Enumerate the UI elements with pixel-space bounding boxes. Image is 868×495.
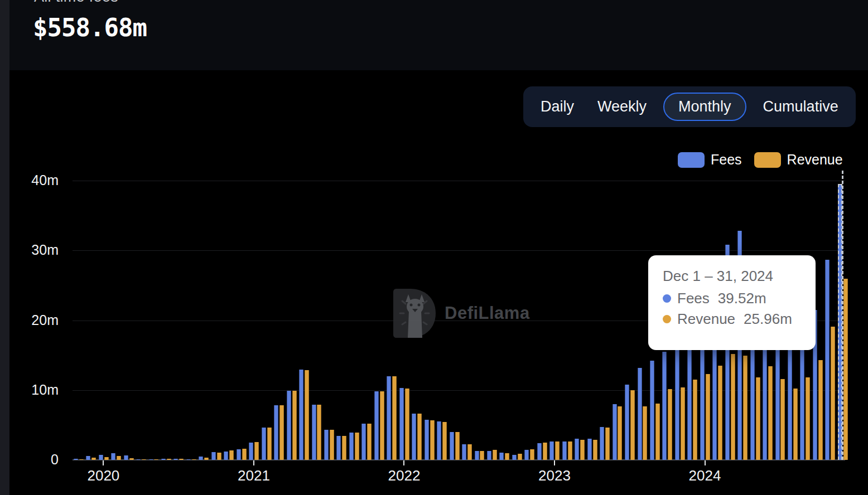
bar-revenue-2024-12[interactable] (843, 279, 848, 460)
bar-revenue-2022-11[interactable] (530, 449, 534, 460)
bar-fees-2022-07[interactable] (475, 451, 479, 460)
bar-revenue-2022-08[interactable] (493, 450, 497, 460)
bar-revenue-2020-02[interactable] (117, 456, 121, 460)
bar-revenue-2023-08[interactable] (643, 406, 647, 460)
bar-fees-2020-07[interactable] (173, 459, 178, 460)
bar-revenue-2022-06[interactable] (467, 444, 472, 460)
bar-revenue-2021-09[interactable] (355, 433, 359, 460)
bar-revenue-2022-05[interactable] (455, 432, 460, 460)
bar-revenue-2023-06[interactable] (618, 406, 622, 460)
bar-fees-2024-07[interactable] (775, 338, 780, 460)
bar-revenue-2024-08[interactable] (793, 389, 798, 460)
bar-revenue-2024-05[interactable] (756, 377, 760, 460)
bar-revenue-2021-01[interactable] (254, 442, 259, 460)
tab-weekly[interactable]: Weekly (586, 98, 658, 115)
bar-revenue-2023-07[interactable] (630, 390, 635, 460)
bar-fees-2020-01[interactable] (99, 455, 103, 460)
bar-revenue-2021-05[interactable] (305, 370, 309, 460)
bar-fees-2023-09[interactable] (650, 361, 654, 460)
bar-revenue-2023-01[interactable] (555, 441, 560, 460)
bar-fees-2021-10[interactable] (361, 424, 366, 460)
bar-fees-2022-08[interactable] (487, 451, 491, 460)
bar-fees-2022-11[interactable] (524, 450, 529, 460)
bar-revenue-2022-10[interactable] (518, 454, 522, 460)
tab-cumulative[interactable]: Cumulative (751, 98, 850, 115)
bar-revenue-2020-10[interactable] (217, 453, 221, 460)
bar-revenue-2019-11[interactable] (79, 459, 84, 460)
bar-fees-2020-11[interactable] (224, 452, 228, 460)
bar-fees-2022-12[interactable] (537, 443, 542, 460)
bar-revenue-2023-12[interactable] (693, 380, 697, 460)
bar-fees-2023-11[interactable] (675, 344, 679, 460)
bar-fees-2024-05[interactable] (750, 335, 755, 460)
bar-revenue-2020-03[interactable] (129, 458, 134, 460)
bar-fees-2019-12[interactable] (86, 456, 90, 460)
bar-revenue-2023-11[interactable] (681, 387, 685, 460)
bar-fees-2022-06[interactable] (462, 444, 466, 460)
bar-fees-2021-03[interactable] (274, 405, 278, 460)
bar-revenue-2023-05[interactable] (605, 428, 610, 460)
bar-fees-2020-03[interactable] (124, 455, 128, 460)
bar-revenue-2024-04[interactable] (743, 356, 748, 460)
bar-fees-2021-06[interactable] (312, 405, 316, 460)
bar-revenue-2024-06[interactable] (768, 366, 773, 460)
bar-revenue-2021-06[interactable] (317, 405, 321, 460)
bar-revenue-2021-03[interactable] (279, 405, 284, 460)
bar-fees-2024-09[interactable] (800, 336, 804, 460)
legend-item-revenue[interactable]: Revenue (754, 152, 843, 168)
bar-revenue-2020-05[interactable] (154, 459, 158, 460)
bar-fees-2022-05[interactable] (450, 432, 454, 460)
bar-revenue-2024-10[interactable] (818, 360, 823, 460)
bar-revenue-2024-03[interactable] (731, 354, 735, 460)
bar-fees-2023-08[interactable] (638, 368, 642, 460)
bar-fees-2021-11[interactable] (374, 391, 379, 460)
bar-fees-2020-10[interactable] (211, 452, 216, 460)
bar-fees-2023-07[interactable] (625, 385, 629, 460)
bar-fees-2020-04[interactable] (136, 459, 141, 460)
bar-fees-2023-12[interactable] (687, 336, 692, 460)
bar-revenue-2024-07[interactable] (780, 379, 785, 460)
bar-revenue-2021-02[interactable] (267, 428, 272, 460)
bar-fees-2023-06[interactable] (613, 404, 617, 460)
bar-revenue-2021-12[interactable] (392, 376, 397, 460)
bar-fees-2023-03[interactable] (575, 439, 579, 460)
bar-revenue-2024-02[interactable] (718, 366, 722, 460)
bar-revenue-2020-06[interactable] (167, 459, 171, 460)
bar-fees-2022-10[interactable] (512, 455, 517, 460)
bar-revenue-2022-03[interactable] (430, 420, 435, 460)
bar-revenue-2024-09[interactable] (806, 377, 810, 460)
bar-fees-2023-05[interactable] (600, 427, 604, 460)
bar-revenue-2024-01[interactable] (706, 374, 710, 460)
bar-fees-2020-09[interactable] (199, 457, 203, 460)
tab-monthly[interactable]: Monthly (663, 93, 746, 121)
bar-revenue-2020-12[interactable] (242, 449, 247, 460)
bar-revenue-2020-11[interactable] (229, 450, 234, 460)
bar-fees-2023-01[interactable] (549, 441, 554, 460)
bar-fees-2023-02[interactable] (562, 441, 567, 460)
bar-revenue-2024-11[interactable] (831, 327, 835, 460)
bar-revenue-2023-03[interactable] (580, 440, 585, 460)
bar-revenue-2023-10[interactable] (668, 389, 672, 460)
bar-fees-2022-09[interactable] (499, 453, 504, 460)
bar-revenue-2020-07[interactable] (179, 459, 184, 460)
bar-fees-2022-03[interactable] (425, 420, 429, 460)
bar-fees-2020-12[interactable] (237, 449, 241, 460)
bar-fees-2021-07[interactable] (324, 430, 329, 460)
bar-revenue-2022-01[interactable] (405, 389, 409, 460)
bar-fees-2020-08[interactable] (186, 459, 191, 460)
bar-fees-2022-04[interactable] (437, 421, 441, 460)
bar-fees-2021-08[interactable] (336, 436, 341, 460)
bar-fees-2020-02[interactable] (111, 453, 115, 460)
bar-revenue-2023-09[interactable] (655, 404, 660, 460)
bar-fees-2023-10[interactable] (662, 352, 667, 460)
bar-fees-2021-12[interactable] (387, 376, 391, 460)
tab-daily[interactable]: Daily (529, 98, 586, 115)
bar-revenue-2022-04[interactable] (442, 422, 447, 460)
bar-fees-2024-11[interactable] (825, 260, 830, 460)
bar-fees-2021-04[interactable] (287, 391, 291, 460)
bar-revenue-2020-04[interactable] (142, 459, 146, 460)
bar-fees-2020-06[interactable] (161, 459, 166, 460)
bar-revenue-2021-04[interactable] (292, 391, 297, 460)
bar-fees-2022-02[interactable] (412, 414, 416, 460)
bar-revenue-2022-02[interactable] (417, 414, 422, 460)
